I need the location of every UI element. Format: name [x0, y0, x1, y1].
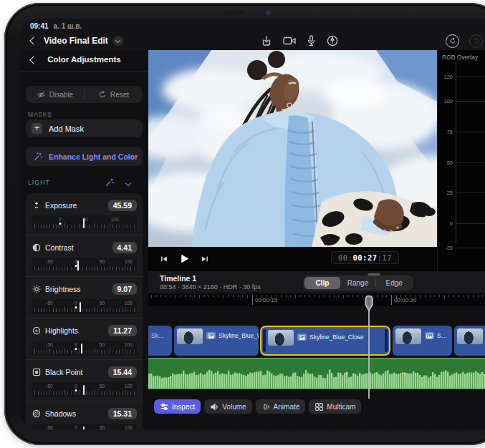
- redo-icon[interactable]: [469, 34, 483, 48]
- scope-gridline: [456, 162, 485, 163]
- ruler-tick-label: -50: [46, 425, 52, 429]
- slider-value[interactable]: 4.41: [112, 242, 137, 253]
- value-indicator[interactable]: [83, 218, 85, 228]
- slider-black-point[interactable]: Black Point15.44-50050100: [26, 359, 143, 401]
- ruler-tick-label: 100: [125, 259, 133, 264]
- audio-track[interactable]: [148, 358, 485, 389]
- multicam-button[interactable]: Multicam: [309, 399, 361, 414]
- trim-handle-left[interactable]: [263, 329, 266, 352]
- clip-label: Skyline_Blue_Close: [309, 333, 364, 341]
- slider-value[interactable]: 9.07: [112, 283, 137, 295]
- title-dropdown[interactable]: [113, 36, 123, 46]
- clip[interactable]: S…: [393, 326, 452, 356]
- slider-ruler[interactable]: -50050100: [32, 424, 137, 429]
- animate-button[interactable]: Animate: [256, 399, 306, 414]
- undo-icon[interactable]: [446, 34, 459, 48]
- reset-button[interactable]: Reset: [85, 86, 143, 103]
- slider-exposure[interactable]: Exposure45.59050100: [26, 193, 143, 235]
- ruler-tick-label: 0: [75, 384, 77, 389]
- pencil-icon[interactable]: [327, 35, 338, 47]
- slider-label: Contrast: [45, 243, 74, 252]
- tool-label: Animate: [274, 403, 300, 411]
- status-bar: 09:41 а. 1 ш.в.: [30, 22, 82, 30]
- slider-highlights[interactable]: Highlights11.27-50050100: [26, 318, 143, 359]
- mode-edge[interactable]: Edge: [376, 277, 412, 289]
- value-indicator[interactable]: [77, 260, 79, 271]
- value-indicator[interactable]: [80, 302, 81, 312]
- disable-reset-group: Disable Reset: [26, 86, 143, 103]
- clip-selected[interactable]: Skyline_Blue_Close: [260, 326, 390, 356]
- viewer: 00:00:27:17: [148, 50, 437, 271]
- slider-value[interactable]: 15.44: [108, 366, 137, 378]
- photo-icon: [425, 332, 434, 339]
- audio-waveform: [148, 359, 485, 389]
- slider-label: Black Point: [45, 368, 83, 376]
- mode-clip[interactable]: Clip: [304, 277, 340, 289]
- next-frame-icon[interactable]: [201, 255, 209, 263]
- inspect-button[interactable]: Inspect: [154, 399, 201, 414]
- disable-button[interactable]: Disable: [26, 86, 84, 103]
- timeline-toolbar: InspectVolumeAnimateMulticam: [154, 399, 361, 414]
- add-mask-button[interactable]: + Add Mask: [26, 120, 143, 137]
- value-indicator[interactable]: [83, 385, 85, 395]
- app-toolbar: Video Final Edit: [20, 31, 485, 50]
- zero-marker: [75, 389, 77, 391]
- slider-ruler[interactable]: -50050100: [32, 341, 137, 356]
- undo-redo-group: [446, 31, 483, 50]
- status-time: 09:41: [30, 22, 49, 30]
- slider-ruler[interactable]: -50050100: [32, 382, 137, 397]
- bezel-sensor-dot: [354, 11, 357, 14]
- tool-label: Inspect: [172, 403, 195, 411]
- toolbar-center-icons: [261, 31, 338, 50]
- clip[interactable]: Sk…: [148, 326, 172, 356]
- back-chevron-icon[interactable]: [29, 36, 37, 44]
- clip-thumbnail: [457, 328, 483, 344]
- blackpoint-icon: [32, 367, 41, 376]
- light-section-header[interactable]: LIGHT: [20, 176, 148, 192]
- value-indicator[interactable]: [81, 344, 82, 354]
- slider-brightness[interactable]: Brightness9.07-50050100: [26, 276, 143, 318]
- collapse-chevron-icon[interactable]: [125, 180, 131, 186]
- clip[interactable]: [454, 326, 485, 356]
- scope-gridline: [456, 132, 485, 132]
- video-frame: [148, 50, 437, 247]
- slider-ruler[interactable]: -50050100: [32, 299, 137, 314]
- ruler-tick-label: 50: [100, 384, 105, 389]
- enhance-light-color-button[interactable]: Enhance Light and Color: [26, 147, 143, 166]
- play-icon[interactable]: [178, 253, 191, 265]
- auto-enhance-icon[interactable]: [105, 177, 115, 190]
- slider-ruler[interactable]: 050100: [32, 215, 137, 230]
- timeline-tracks: Sk…Skyline_Blue_WideSkyline_Blue_CloseS……: [148, 306, 485, 429]
- volume-icon: [210, 402, 219, 412]
- slider-shadows[interactable]: Shadows15.31-50050100: [26, 401, 143, 429]
- value-indicator[interactable]: [83, 427, 85, 429]
- volume-button[interactable]: Volume: [204, 399, 251, 414]
- slider-value[interactable]: 45.59: [108, 200, 137, 211]
- slider-label: Exposure: [45, 201, 77, 210]
- edit-mode-segmented-control: ClipRangeEdge: [303, 276, 413, 291]
- mic-icon[interactable]: [307, 35, 316, 47]
- scope-tick-label: 50: [438, 160, 453, 166]
- slider-label: Highlights: [45, 326, 78, 335]
- slider-contrast[interactable]: Contrast4.41-50050100: [26, 235, 143, 276]
- slider-value[interactable]: 11.27: [108, 325, 137, 336]
- masks-section-label: MASKS: [28, 111, 52, 118]
- ruler-tick-label: -50: [46, 342, 52, 347]
- screen: 09:41 а. 1 ш.в. Video Final Edit: [20, 19, 485, 429]
- playhead-line[interactable]: [368, 298, 370, 399]
- camera-icon[interactable]: [283, 36, 296, 46]
- previous-frame-icon[interactable]: [160, 255, 168, 263]
- playhead-handle[interactable]: [364, 294, 374, 313]
- photo-icon: [206, 332, 216, 339]
- timeline-ruler[interactable]: 00:00:1500:00:30: [148, 293, 485, 306]
- ruler-major-tick: [391, 295, 392, 305]
- clip[interactable]: Skyline_Blue_Wide: [174, 326, 259, 356]
- scope-tick-label: 25: [438, 190, 453, 196]
- ruler-tick-label: 100: [125, 384, 133, 389]
- slider-value[interactable]: 15.31: [108, 408, 137, 419]
- import-icon[interactable]: [261, 35, 272, 47]
- trim-handle-right[interactable]: [385, 329, 388, 352]
- mode-range[interactable]: Range: [340, 277, 376, 289]
- slider-ruler[interactable]: -50050100: [32, 258, 137, 273]
- ruler-tick-label: -50: [46, 301, 52, 306]
